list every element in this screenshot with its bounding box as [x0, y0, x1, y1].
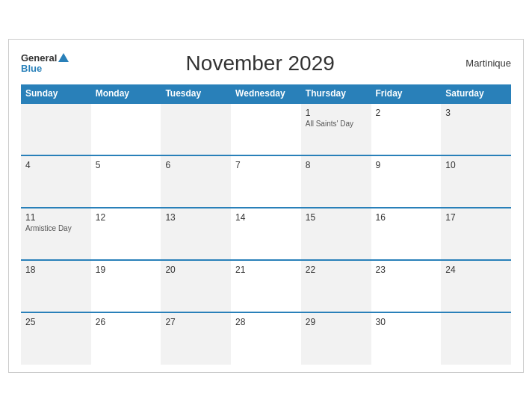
calendar-cell: 4 [21, 155, 91, 208]
calendar-cell [21, 103, 91, 155]
day-number: 19 [96, 265, 157, 275]
calendar-cell: 11Armistice Day [21, 208, 91, 260]
calendar-tbody: 1All Saints' Day234567891011Armistice Da… [21, 103, 511, 365]
calendar-cell: 26 [91, 312, 161, 365]
day-number: 28 [235, 317, 297, 327]
calendar-cell: 6 [161, 155, 231, 208]
calendar-header: General Blue November 2029 Martinique [21, 52, 511, 75]
calendar-week-row: 252627282930 [21, 312, 511, 365]
calendar-cell [441, 312, 511, 365]
logo: General Blue [21, 53, 69, 73]
calendar-cell: 29 [301, 312, 371, 365]
calendar-cell: 25 [21, 312, 91, 365]
calendar-container: General Blue November 2029 Martinique Su… [8, 39, 524, 373]
day-number: 3 [445, 108, 507, 118]
calendar-cell [91, 103, 161, 155]
weekday-header-row: SundayMondayTuesdayWednesdayThursdayFrid… [21, 84, 511, 103]
day-number: 10 [445, 160, 507, 170]
logo-general-text: General [21, 53, 69, 64]
day-number: 8 [306, 160, 367, 170]
day-number: 13 [165, 212, 226, 223]
calendar-cell: 28 [231, 312, 301, 365]
day-number: 27 [165, 317, 226, 327]
day-number: 29 [306, 317, 367, 327]
day-number: 16 [376, 212, 437, 223]
calendar-cell: 7 [231, 155, 301, 208]
calendar-cell: 21 [231, 260, 301, 312]
weekday-header-friday: Friday [371, 84, 442, 103]
calendar-cell: 2 [371, 103, 442, 155]
day-number: 15 [306, 212, 367, 223]
logo-blue-text: Blue [21, 64, 69, 73]
weekday-header-sunday: Sunday [21, 84, 91, 103]
calendar-cell: 9 [371, 155, 442, 208]
calendar-cell [231, 103, 301, 155]
logo-triangle-icon [58, 53, 69, 62]
calendar-cell [161, 103, 231, 155]
day-number: 18 [25, 265, 87, 275]
weekday-header-tuesday: Tuesday [161, 84, 231, 103]
day-number: 24 [445, 265, 507, 275]
day-number: 5 [96, 160, 157, 170]
day-number: 20 [165, 265, 226, 275]
day-number: 30 [376, 317, 437, 327]
holiday-label: Armistice Day [25, 224, 87, 232]
day-number: 11 [25, 212, 87, 223]
day-number: 12 [96, 212, 157, 223]
calendar-week-row: 45678910 [21, 155, 511, 208]
day-number: 6 [165, 160, 226, 170]
calendar-week-row: 1All Saints' Day23 [21, 103, 511, 155]
holiday-label: All Saints' Day [306, 120, 367, 128]
calendar-thead: SundayMondayTuesdayWednesdayThursdayFrid… [21, 84, 511, 103]
weekday-header-wednesday: Wednesday [231, 84, 301, 103]
calendar-cell: 15 [301, 208, 371, 260]
calendar-cell: 20 [161, 260, 231, 312]
day-number: 9 [376, 160, 437, 170]
day-number: 22 [306, 265, 367, 275]
calendar-cell: 27 [161, 312, 231, 365]
day-number: 17 [445, 212, 507, 223]
calendar-cell: 14 [231, 208, 301, 260]
day-number: 2 [376, 108, 437, 118]
calendar-week-row: 18192021222324 [21, 260, 511, 312]
day-number: 14 [235, 212, 297, 223]
weekday-header-monday: Monday [91, 84, 161, 103]
calendar-table: SundayMondayTuesdayWednesdayThursdayFrid… [21, 84, 511, 365]
calendar-cell: 12 [91, 208, 161, 260]
calendar-cell: 17 [441, 208, 511, 260]
day-number: 7 [235, 160, 297, 170]
calendar-cell: 30 [371, 312, 442, 365]
calendar-cell: 19 [91, 260, 161, 312]
calendar-cell: 10 [441, 155, 511, 208]
day-number: 23 [376, 265, 437, 275]
calendar-cell: 18 [21, 260, 91, 312]
day-number: 26 [96, 317, 157, 327]
day-number: 21 [235, 265, 297, 275]
calendar-cell: 8 [301, 155, 371, 208]
calendar-cell: 24 [441, 260, 511, 312]
weekday-header-saturday: Saturday [441, 84, 511, 103]
calendar-cell: 3 [441, 103, 511, 155]
calendar-cell: 5 [91, 155, 161, 208]
calendar-cell: 13 [161, 208, 231, 260]
day-number: 1 [306, 108, 367, 118]
day-number: 4 [25, 160, 87, 170]
calendar-title: November 2029 [69, 52, 451, 75]
calendar-cell: 16 [371, 208, 442, 260]
weekday-header-thursday: Thursday [301, 84, 371, 103]
region-label: Martinique [451, 58, 511, 69]
calendar-week-row: 11Armistice Day121314151617 [21, 208, 511, 260]
calendar-cell: 22 [301, 260, 371, 312]
day-number: 25 [25, 317, 87, 327]
calendar-cell: 23 [371, 260, 442, 312]
calendar-cell: 1All Saints' Day [301, 103, 371, 155]
